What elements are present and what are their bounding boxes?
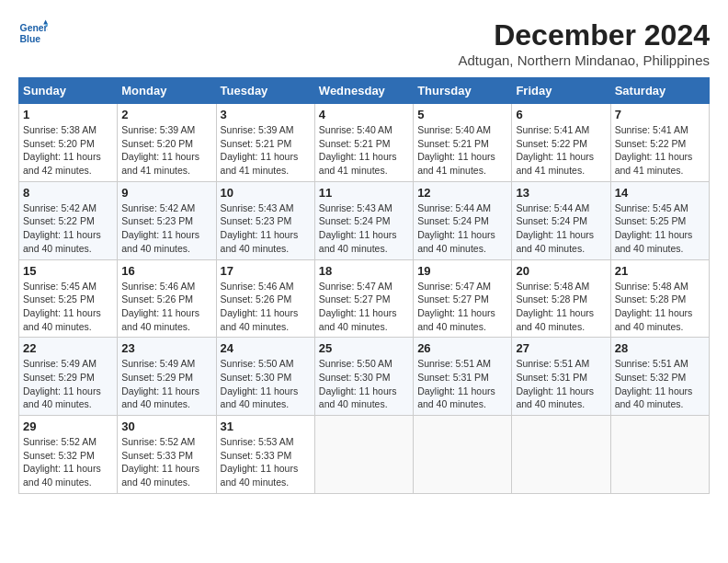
day-number: 29 (23, 419, 113, 433)
calendar-cell: 1 Sunrise: 5:38 AM Sunset: 5:20 PM Dayli… (19, 104, 118, 182)
day-info: Sunrise: 5:44 AM Sunset: 5:24 PM Dayligh… (417, 201, 507, 256)
calendar-cell: 7 Sunrise: 5:41 AM Sunset: 5:22 PM Dayli… (610, 104, 709, 182)
day-info: Sunrise: 5:39 AM Sunset: 5:20 PM Dayligh… (121, 123, 211, 178)
day-info: Sunrise: 5:43 AM Sunset: 5:23 PM Dayligh… (221, 201, 311, 256)
weekday-header-sunday: Sunday (19, 78, 118, 104)
calendar-cell: 9 Sunrise: 5:42 AM Sunset: 5:23 PM Dayli… (118, 181, 216, 259)
day-info: Sunrise: 5:43 AM Sunset: 5:24 PM Dayligh… (319, 201, 409, 256)
day-info: Sunrise: 5:52 AM Sunset: 5:33 PM Dayligh… (121, 435, 211, 489)
calendar-cell: 21 Sunrise: 5:48 AM Sunset: 5:28 PM Dayl… (610, 259, 709, 338)
location-title: Adtugan, Northern Mindanao, Philippines (458, 52, 710, 68)
calendar-cell (512, 416, 610, 494)
day-number: 24 (221, 341, 311, 355)
day-number: 28 (615, 341, 705, 355)
day-number: 1 (23, 108, 113, 121)
day-info: Sunrise: 5:51 AM Sunset: 5:31 PM Dayligh… (417, 357, 507, 411)
calendar-cell: 20 Sunrise: 5:48 AM Sunset: 5:28 PM Dayl… (512, 259, 610, 338)
calendar-cell: 18 Sunrise: 5:47 AM Sunset: 5:27 PM Dayl… (314, 259, 413, 338)
calendar-cell: 5 Sunrise: 5:40 AM Sunset: 5:21 PM Dayli… (414, 104, 512, 182)
calendar-cell: 6 Sunrise: 5:41 AM Sunset: 5:22 PM Dayli… (512, 104, 610, 182)
day-number: 18 (319, 264, 409, 278)
day-info: Sunrise: 5:50 AM Sunset: 5:30 PM Dayligh… (319, 357, 409, 411)
calendar-cell (414, 416, 512, 494)
day-info: Sunrise: 5:41 AM Sunset: 5:22 PM Dayligh… (615, 123, 705, 178)
calendar-cell: 28 Sunrise: 5:51 AM Sunset: 5:32 PM Dayl… (610, 338, 709, 416)
calendar-cell: 13 Sunrise: 5:44 AM Sunset: 5:24 PM Dayl… (512, 181, 610, 259)
day-info: Sunrise: 5:40 AM Sunset: 5:21 PM Dayligh… (417, 123, 507, 178)
month-title: December 2024 (458, 18, 710, 52)
calendar-cell: 23 Sunrise: 5:49 AM Sunset: 5:29 PM Dayl… (118, 338, 216, 416)
day-number: 4 (319, 108, 409, 121)
calendar-cell: 15 Sunrise: 5:45 AM Sunset: 5:25 PM Dayl… (19, 259, 118, 338)
weekday-header-friday: Friday (512, 78, 610, 104)
day-number: 31 (221, 419, 311, 433)
day-info: Sunrise: 5:45 AM Sunset: 5:25 PM Dayligh… (615, 201, 705, 256)
day-info: Sunrise: 5:48 AM Sunset: 5:28 PM Dayligh… (516, 280, 606, 334)
svg-text:Blue: Blue (20, 34, 41, 44)
day-info: Sunrise: 5:51 AM Sunset: 5:31 PM Dayligh… (516, 357, 606, 411)
weekday-header-tuesday: Tuesday (216, 78, 314, 104)
calendar-cell: 11 Sunrise: 5:43 AM Sunset: 5:24 PM Dayl… (314, 181, 413, 259)
day-number: 16 (121, 264, 211, 278)
calendar-cell: 30 Sunrise: 5:52 AM Sunset: 5:33 PM Dayl… (118, 416, 216, 494)
calendar-cell (314, 416, 413, 494)
day-info: Sunrise: 5:49 AM Sunset: 5:29 PM Dayligh… (121, 357, 211, 411)
calendar-week-2: 8 Sunrise: 5:42 AM Sunset: 5:22 PM Dayli… (19, 181, 710, 259)
day-info: Sunrise: 5:47 AM Sunset: 5:27 PM Dayligh… (417, 280, 507, 334)
day-info: Sunrise: 5:53 AM Sunset: 5:33 PM Dayligh… (221, 435, 311, 489)
day-number: 6 (516, 108, 606, 121)
day-info: Sunrise: 5:41 AM Sunset: 5:22 PM Dayligh… (516, 123, 606, 178)
day-number: 10 (221, 186, 311, 200)
day-info: Sunrise: 5:42 AM Sunset: 5:23 PM Dayligh… (121, 201, 211, 256)
day-info: Sunrise: 5:46 AM Sunset: 5:26 PM Dayligh… (121, 280, 211, 334)
weekday-header-saturday: Saturday (610, 78, 709, 104)
day-info: Sunrise: 5:48 AM Sunset: 5:28 PM Dayligh… (615, 280, 705, 334)
weekday-header-monday: Monday (118, 78, 216, 104)
day-number: 17 (221, 264, 311, 278)
title-area: December 2024 Adtugan, Northern Mindanao… (458, 18, 710, 68)
logo: General Blue (18, 18, 48, 48)
day-number: 3 (221, 108, 311, 121)
day-number: 27 (516, 341, 606, 355)
calendar-cell: 14 Sunrise: 5:45 AM Sunset: 5:25 PM Dayl… (610, 181, 709, 259)
calendar-table: SundayMondayTuesdayWednesdayThursdayFrid… (18, 77, 710, 494)
calendar-cell: 4 Sunrise: 5:40 AM Sunset: 5:21 PM Dayli… (314, 104, 413, 182)
day-number: 14 (615, 186, 705, 200)
day-number: 15 (23, 264, 113, 278)
day-number: 21 (615, 264, 705, 278)
day-info: Sunrise: 5:38 AM Sunset: 5:20 PM Dayligh… (23, 123, 113, 178)
day-number: 11 (319, 186, 409, 200)
day-number: 2 (121, 108, 211, 121)
calendar-cell: 3 Sunrise: 5:39 AM Sunset: 5:21 PM Dayli… (216, 104, 314, 182)
day-number: 25 (319, 341, 409, 355)
day-info: Sunrise: 5:42 AM Sunset: 5:22 PM Dayligh… (23, 201, 113, 256)
calendar-cell: 8 Sunrise: 5:42 AM Sunset: 5:22 PM Dayli… (19, 181, 118, 259)
weekday-header-wednesday: Wednesday (314, 78, 413, 104)
day-info: Sunrise: 5:46 AM Sunset: 5:26 PM Dayligh… (221, 280, 311, 334)
calendar-cell: 10 Sunrise: 5:43 AM Sunset: 5:23 PM Dayl… (216, 181, 314, 259)
day-info: Sunrise: 5:51 AM Sunset: 5:32 PM Dayligh… (615, 357, 705, 411)
day-number: 20 (516, 264, 606, 278)
calendar-cell: 12 Sunrise: 5:44 AM Sunset: 5:24 PM Dayl… (414, 181, 512, 259)
day-number: 22 (23, 341, 113, 355)
calendar-cell: 29 Sunrise: 5:52 AM Sunset: 5:32 PM Dayl… (19, 416, 118, 494)
day-info: Sunrise: 5:39 AM Sunset: 5:21 PM Dayligh… (221, 123, 311, 178)
calendar-week-3: 15 Sunrise: 5:45 AM Sunset: 5:25 PM Dayl… (19, 259, 710, 338)
day-number: 19 (417, 264, 507, 278)
day-info: Sunrise: 5:47 AM Sunset: 5:27 PM Dayligh… (319, 280, 409, 334)
calendar-cell: 17 Sunrise: 5:46 AM Sunset: 5:26 PM Dayl… (216, 259, 314, 338)
calendar-cell: 26 Sunrise: 5:51 AM Sunset: 5:31 PM Dayl… (414, 338, 512, 416)
calendar-cell: 2 Sunrise: 5:39 AM Sunset: 5:20 PM Dayli… (118, 104, 216, 182)
day-info: Sunrise: 5:44 AM Sunset: 5:24 PM Dayligh… (516, 201, 606, 256)
day-number: 30 (121, 419, 211, 433)
svg-text:General: General (20, 23, 48, 33)
calendar-week-5: 29 Sunrise: 5:52 AM Sunset: 5:32 PM Dayl… (19, 416, 710, 494)
day-number: 8 (23, 186, 113, 200)
day-number: 26 (417, 341, 507, 355)
calendar-cell: 16 Sunrise: 5:46 AM Sunset: 5:26 PM Dayl… (118, 259, 216, 338)
calendar-week-4: 22 Sunrise: 5:49 AM Sunset: 5:29 PM Dayl… (19, 338, 710, 416)
calendar-cell: 25 Sunrise: 5:50 AM Sunset: 5:30 PM Dayl… (314, 338, 413, 416)
day-info: Sunrise: 5:49 AM Sunset: 5:29 PM Dayligh… (23, 357, 113, 411)
calendar-cell: 31 Sunrise: 5:53 AM Sunset: 5:33 PM Dayl… (216, 416, 314, 494)
header: General Blue December 2024 Adtugan, Nort… (18, 18, 710, 68)
